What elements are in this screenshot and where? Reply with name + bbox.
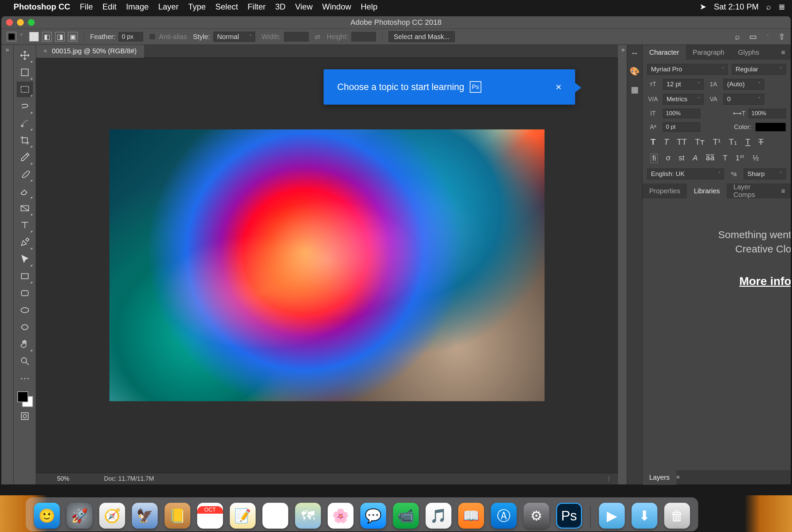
discretionary-button[interactable]: st bbox=[679, 154, 685, 163]
learn-callout-close-icon[interactable]: × bbox=[555, 81, 562, 93]
path-selection-tool[interactable] bbox=[17, 251, 33, 267]
font-style-dropdown[interactable]: Regular bbox=[732, 64, 786, 75]
tab-layers[interactable]: Layers bbox=[642, 470, 676, 485]
stylistic-alt-button[interactable]: a̅a̅ bbox=[706, 154, 714, 163]
hand-tool[interactable] bbox=[17, 336, 33, 352]
panel-menu-icon[interactable]: ≡ bbox=[776, 187, 791, 195]
dock-photoshop[interactable]: Ps bbox=[556, 503, 582, 529]
panel-expand-icon[interactable]: » bbox=[618, 45, 627, 55]
menu-type[interactable]: Type bbox=[188, 2, 206, 12]
dock-facetime[interactable]: 📹 bbox=[393, 503, 419, 529]
eyedropper-tool[interactable] bbox=[17, 149, 33, 165]
pen-tool[interactable] bbox=[17, 234, 33, 250]
notification-center-icon[interactable]: ≣ bbox=[778, 2, 785, 12]
underline-button[interactable]: T bbox=[745, 137, 751, 147]
dock-mail[interactable]: 🦅 bbox=[132, 503, 158, 529]
move-tool[interactable] bbox=[17, 48, 33, 63]
tab-paragraph[interactable]: Paragraph bbox=[686, 45, 731, 60]
leading-dropdown[interactable]: (Auto) bbox=[723, 79, 764, 90]
selection-new-icon[interactable] bbox=[29, 32, 39, 41]
rounded-rectangle-tool[interactable] bbox=[17, 285, 33, 301]
selection-subtract-icon[interactable]: ◨ bbox=[55, 32, 65, 41]
menu-filter[interactable]: Filter bbox=[247, 2, 265, 12]
allcaps-button[interactable]: TT bbox=[677, 137, 687, 147]
baseline-input[interactable] bbox=[663, 122, 700, 132]
spotlight-icon[interactable]: ⌕ bbox=[766, 2, 771, 12]
language-dropdown[interactable]: English: UK bbox=[647, 169, 724, 179]
dock-reminders[interactable]: ☑︎ bbox=[262, 503, 288, 529]
lasso-tool[interactable] bbox=[17, 99, 33, 114]
faux-italic-button[interactable]: T bbox=[664, 137, 669, 147]
menu-view[interactable]: View bbox=[295, 2, 313, 12]
workspace-switcher-icon[interactable]: ▭ bbox=[749, 32, 757, 41]
menu-window[interactable]: Window bbox=[322, 2, 351, 12]
vscale-input[interactable] bbox=[663, 109, 700, 118]
dock-calendar[interactable]: OCT21 bbox=[197, 503, 223, 529]
titling-button[interactable]: T bbox=[723, 154, 727, 163]
selection-intersect-icon[interactable]: ▣ bbox=[68, 32, 78, 41]
hscale-input[interactable] bbox=[748, 109, 786, 118]
swash-button[interactable]: A bbox=[693, 154, 698, 163]
dock-downloads-folder[interactable]: ⬇ bbox=[632, 503, 657, 529]
kerning-dropdown[interactable]: Metrics bbox=[663, 94, 704, 105]
dock-appstore[interactable]: Ⓐ bbox=[491, 503, 517, 529]
font-size-dropdown[interactable]: 12 pt bbox=[663, 79, 704, 90]
expand-dock-icon[interactable]: » bbox=[4, 45, 10, 55]
rectangular-marquee-tool[interactable] bbox=[17, 82, 33, 97]
dock-ibooks[interactable]: 📖 bbox=[458, 503, 484, 529]
tool-preset-picker[interactable] bbox=[7, 32, 16, 41]
dock-finder[interactable]: 🙂 bbox=[34, 503, 60, 529]
zoom-tool[interactable] bbox=[17, 353, 33, 369]
dock-messages[interactable]: 💬 bbox=[360, 503, 386, 529]
panel-menu-icon[interactable]: ≡ bbox=[776, 49, 791, 56]
learn-panel-icon[interactable]: ↔ bbox=[631, 48, 639, 58]
fractions-button[interactable]: ½ bbox=[753, 154, 759, 163]
panel-menu-icon[interactable]: ≡ bbox=[676, 474, 679, 480]
faux-bold-button[interactable]: T bbox=[651, 137, 656, 147]
dock-trash[interactable]: 🗑 bbox=[664, 503, 690, 529]
ordinals-button[interactable]: 1ˢᵗ bbox=[736, 154, 744, 163]
feather-input[interactable] bbox=[119, 32, 143, 41]
dock-contacts[interactable]: 📒 bbox=[165, 503, 190, 529]
dock-itunes[interactable]: 🎵 bbox=[426, 503, 451, 529]
contextual-alt-button[interactable]: σ bbox=[666, 154, 671, 163]
color-swatches[interactable] bbox=[17, 391, 33, 407]
select-and-mask-button[interactable]: Select and Mask... bbox=[389, 31, 455, 42]
search-icon[interactable]: ⌕ bbox=[735, 32, 740, 41]
type-tool[interactable] bbox=[17, 217, 33, 233]
artboard-tool[interactable] bbox=[17, 65, 33, 80]
status-flyout-icon[interactable]: 〉 bbox=[602, 475, 618, 483]
gradient-tool[interactable] bbox=[17, 200, 33, 216]
strikethrough-button[interactable]: T bbox=[758, 137, 763, 147]
menu-help[interactable]: Help bbox=[361, 2, 377, 12]
smallcaps-button[interactable]: Tᴛ bbox=[695, 137, 705, 147]
document-canvas[interactable] bbox=[109, 129, 545, 401]
custom-shape-tool[interactable] bbox=[17, 319, 33, 335]
canvas-area[interactable] bbox=[36, 58, 618, 473]
menu-edit[interactable]: Edit bbox=[102, 2, 116, 12]
close-tab-icon[interactable]: × bbox=[44, 48, 47, 55]
dock-system-preferences[interactable]: ⚙ bbox=[523, 503, 549, 529]
ellipse-tool[interactable] bbox=[17, 302, 33, 318]
style-dropdown[interactable]: Normal bbox=[213, 32, 255, 42]
menu-file[interactable]: File bbox=[80, 2, 93, 12]
eraser-tool[interactable] bbox=[17, 183, 33, 199]
rectangle-tool[interactable] bbox=[17, 268, 33, 284]
zoom-level[interactable]: 50% bbox=[36, 475, 90, 482]
menu-layer[interactable]: Layer bbox=[158, 2, 178, 12]
dock-notes[interactable]: 📝 bbox=[230, 503, 256, 529]
brush-tool[interactable] bbox=[17, 166, 33, 182]
tab-layer-comps[interactable]: Layer Comps bbox=[727, 183, 776, 198]
color-panel-icon[interactable]: 🎨 bbox=[630, 67, 640, 76]
dock-applications-folder[interactable]: ▶ bbox=[599, 503, 625, 529]
document-tab[interactable]: × 00015.jpg @ 50% (RGB/8#) bbox=[36, 45, 144, 58]
tab-character[interactable]: Character bbox=[642, 45, 686, 60]
ligatures-button[interactable]: fi bbox=[651, 154, 658, 163]
menubar-clock[interactable]: Sat 2:10 PM bbox=[714, 2, 759, 12]
tracking-dropdown[interactable]: 0 bbox=[723, 94, 764, 105]
tab-glyphs[interactable]: Glyphs bbox=[731, 45, 766, 60]
edit-toolbar-icon[interactable]: ⋯ bbox=[17, 370, 33, 386]
tab-libraries[interactable]: Libraries bbox=[687, 183, 727, 198]
swatches-panel-icon[interactable]: ▦ bbox=[631, 85, 639, 94]
subscript-button[interactable]: T₁ bbox=[729, 137, 737, 147]
